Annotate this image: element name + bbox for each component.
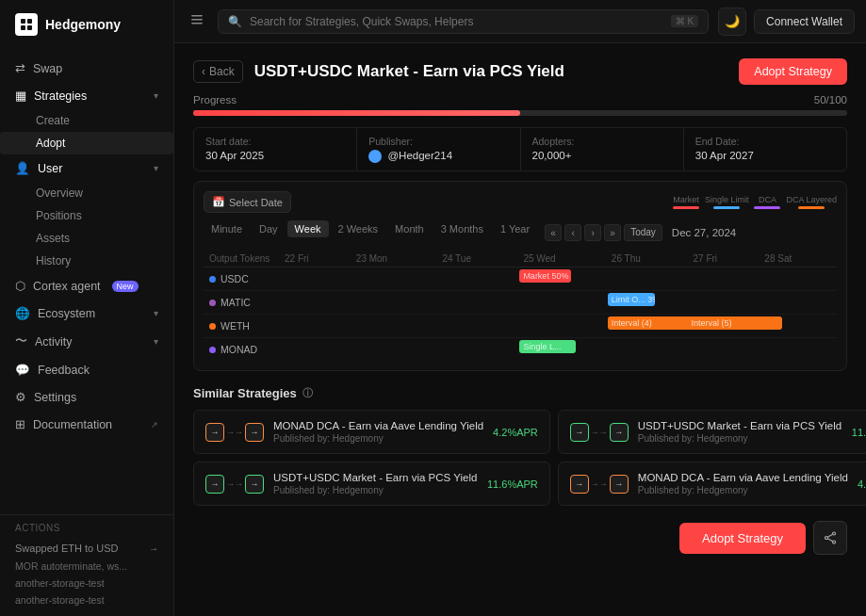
sidebar-item-user[interactable]: 👤 User ▾ [0,154,173,182]
weth-interval4-bar: Interval (4) [608,316,697,330]
strategy-publisher-1: Published by: Hedgemony [638,433,842,444]
sidebar-subitem-assets[interactable]: Assets [0,227,173,250]
chart-next-button[interactable]: › [584,224,601,241]
legend-single-limit: Single Limit [705,195,749,209]
weth-dot [209,323,216,330]
strategy-name-3: MONAD DCA - Earn via Aave Lending Yield [638,472,848,483]
strategy-arrows-3: → →→ → [570,475,629,494]
sidebar-item-documentation[interactable]: ⊞ Documentation ↗ [0,411,173,438]
similar-strategies-header: Similar Strategies ⓘ [193,386,847,400]
sidebar-subitem-adopt[interactable]: Adopt [0,132,173,154]
svg-rect-6 [191,23,203,24]
time-tab-row: Minute Day Week 2 Weeks Month 3 Months 1… [204,220,837,245]
back-button[interactable]: ‹ Back [193,60,243,83]
chart-legend: Market Single Limit DCA DCA Layered [673,195,837,209]
tab-day[interactable]: Day [252,220,286,237]
strategy-card-1[interactable]: → →→ → USDT+USDC Market - Earn via PCS Y… [558,410,866,454]
usdc-col-24 [436,267,517,291]
legend-bar-single-limit [713,206,740,209]
token-cell-monad: MONAD [209,344,273,355]
action-item-swap[interactable]: Swapped ETH to USD → [15,539,158,558]
sidebar-toggle-button[interactable] [186,8,208,34]
chevron-left-icon: ‹ [202,65,205,78]
sidebar-subitem-overview[interactable]: Overview [0,182,173,204]
arrow-icon: → [149,543,158,554]
arrow-box-in: → [570,475,589,494]
sidebar-item-ecosystem[interactable]: 🌐 Ecosystem ▾ [0,300,173,327]
adopt-strategy-button-top[interactable]: Adopt Strategy [739,58,847,85]
chart-prev-prev-button[interactable]: « [545,224,562,241]
tab-3months[interactable]: 3 Months [433,220,491,237]
doc-icon: ⊞ [15,417,25,431]
external-link-icon: ↗ [151,420,158,430]
tab-1year[interactable]: 1 Year [493,220,537,237]
sidebar-subitem-create[interactable]: Create [0,109,173,132]
meta-start-date: Start date: 30 Apr 2025 [194,128,357,170]
chart-prev-button[interactable]: ‹ [564,224,581,241]
sidebar-item-swap[interactable]: ⇄ Swap [0,55,173,82]
svg-rect-5 [191,19,203,21]
strategy-apr-3: 4.3%APR [858,478,866,490]
matic-col-26: Limit O... 3% [606,291,688,315]
select-date-button[interactable]: 📅 Select Date [204,191,291,213]
strategy-card-2[interactable]: → →→ → USDT+USDC Market - Earn via PCS Y… [193,462,550,506]
col-22fri: 22 Fri [279,251,351,267]
arrow-box-out: → [610,423,629,442]
logo-icon [15,13,38,36]
meta-adopters: Adopters: 20,000+ [521,128,684,170]
action-item-storage1[interactable]: another-storage-test [15,575,158,592]
globe-icon: 🌐 [15,306,30,320]
page-content: ‹ Back USDT+USDC Market - Earn via PCS Y… [174,43,866,616]
theme-toggle-button[interactable]: 🌙 [718,8,746,36]
header-actions: 🌙 Connect Wallet [718,8,855,36]
search-box[interactable]: 🔍 ⌘ K [218,9,709,34]
arrow-box-out: → [245,475,264,494]
share-button[interactable] [813,521,847,555]
action-item-mor[interactable]: MOR autoterminate, ws... [15,558,158,575]
sidebar-subitem-history[interactable]: History [0,250,173,272]
chart-navigation: « ‹ › » Today [545,224,662,241]
app-container: Hedgemony ⇄ Swap ▦ Strategies ▾ Create A… [0,0,866,616]
progress-header: Progress 50/100 [193,94,847,105]
sidebar-item-cortex[interactable]: ⬡ Cortex agent New [0,272,173,300]
monad-col-26 [606,338,688,362]
actions-label: Actions [15,523,158,533]
svg-point-8 [833,541,836,543]
time-tabs: Minute Day Week 2 Weeks Month 3 Months 1… [204,220,537,237]
strategy-card-3[interactable]: → →→ → MONAD DCA - Earn via Aave Lending… [558,462,866,506]
connect-wallet-button[interactable]: Connect Wallet [754,9,855,34]
token-row-weth: WETH Interval (4) Interval (5) [204,315,837,338]
chart-next-next-button[interactable]: » [604,224,621,241]
col-26thu: 26 Thu [606,251,688,267]
tab-week[interactable]: Week [287,220,329,237]
usdc-col-23 [351,267,437,291]
tab-minute[interactable]: Minute [204,220,250,237]
sidebar-item-strategies[interactable]: ▦ Strategies ▾ [0,82,173,109]
weth-col-27: Interval (5) [688,315,760,338]
grid-icon: ▦ [15,89,26,103]
person-icon: 👤 [15,161,30,175]
svg-rect-3 [27,25,32,30]
chevron-down-icon: ▾ [154,308,158,318]
action-item-storage2[interactable]: another-storage-test [15,592,158,608]
sidebar-item-label: Ecosystem [38,307,95,320]
new-badge: New [112,281,139,292]
strategy-info-0: MONAD DCA - Earn via Aave Lending Yield … [273,420,483,444]
today-button[interactable]: Today [624,224,662,241]
sidebar-item-activity[interactable]: 〜 Activity ▾ [0,327,173,356]
sidebar-item-settings[interactable]: ⚙ Settings [0,383,173,411]
search-input[interactable] [250,15,663,28]
arrow-box-in: → [570,423,589,442]
adopt-strategy-button-bottom[interactable]: Adopt Strategy [679,523,806,554]
weth-col-23 [351,315,437,338]
weth-col-24 [436,315,517,338]
strategy-name-1: USDT+USDC Market - Earn via PCS Yield [638,420,842,431]
weth-col-26: Interval (4) [606,315,688,338]
tab-month[interactable]: Month [387,220,432,237]
strategy-info-3: MONAD DCA - Earn via Aave Lending Yield … [638,472,848,495]
sidebar-subitem-positions[interactable]: Positions [0,204,173,227]
strategy-card-0[interactable]: → →→ → MONAD DCA - Earn via Aave Lending… [193,410,550,454]
sidebar-item-feedback[interactable]: 💬 Feedback [0,356,173,383]
tab-2weeks[interactable]: 2 Weeks [331,220,386,237]
chevron-down-icon: ▾ [154,90,158,101]
